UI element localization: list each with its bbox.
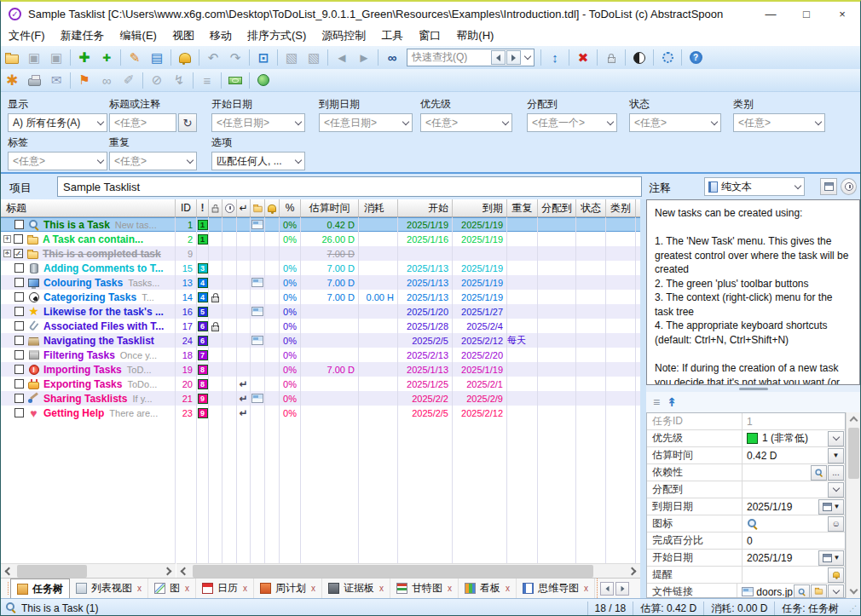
scroll-up-icon[interactable]	[847, 412, 860, 426]
menu-help[interactable]: 帮助(H)	[448, 26, 501, 46]
priority-dropdown-icon[interactable]	[828, 431, 844, 446]
reminder-bell-icon[interactable]	[828, 567, 844, 583]
link-icon[interactable]: ∞	[96, 71, 117, 90]
menu-tools[interactable]: 工具	[373, 26, 411, 46]
file-search-icon[interactable]	[794, 584, 810, 599]
tabs-scroll-right-button[interactable]	[615, 582, 629, 596]
menu-edit[interactable]: 编辑(E)	[113, 26, 165, 46]
dependency-search-icon[interactable]	[811, 465, 827, 481]
move-task-out-icon[interactable]: ▧	[281, 48, 302, 67]
scrollbar-thumb[interactable]	[193, 565, 593, 578]
task-row[interactable]: Categorizing TasksT... 14 4 0% 7.00 D 0.…	[1, 290, 640, 304]
column-lock-icon[interactable]	[209, 199, 222, 216]
redo-icon[interactable]: ↷	[225, 48, 246, 67]
tab-week-planner[interactable]: 周计划x	[254, 579, 322, 598]
scroll-right-icon[interactable]	[626, 564, 640, 579]
scrollbar-thumb[interactable]	[848, 428, 859, 479]
due-date-calendar-icon[interactable]: ▼	[818, 499, 844, 515]
comments-date-button[interactable]	[820, 178, 837, 195]
web-globe-icon[interactable]	[253, 71, 274, 90]
task-checkbox[interactable]	[14, 350, 24, 360]
tabs-scroll-left-button[interactable]	[600, 582, 614, 596]
task-row[interactable]: Navigating the Tasklist 24 6 0% 2025/2/5…	[1, 333, 640, 348]
quick-find-prev-button[interactable]	[491, 50, 506, 65]
task-checkbox[interactable]	[14, 220, 24, 229]
tab-calendar[interactable]: 日历x	[196, 579, 254, 598]
vertical-splitter[interactable]	[640, 199, 646, 598]
attribute-group-icon[interactable]: ≡	[653, 395, 660, 409]
tab-evidence-board[interactable]: 证据板x	[322, 579, 390, 598]
edit-task-icon[interactable]: ✎	[124, 48, 145, 67]
horizontal-splitter[interactable]	[646, 385, 860, 392]
filter-status-combo[interactable]: <任意>	[629, 113, 721, 132]
filter-recurrence-combo[interactable]: <任意>	[109, 152, 197, 170]
minimize-button[interactable]: —	[753, 2, 789, 26]
column-category[interactable]: 类别	[606, 199, 636, 216]
filter-startdate-combo[interactable]: <任意日期>	[211, 113, 305, 132]
attr-row-assign[interactable]: 分配到	[647, 481, 845, 498]
print-icon[interactable]	[24, 71, 44, 90]
assign-dropdown-icon[interactable]	[828, 482, 844, 498]
columns-horizontal-scrollbar[interactable]	[176, 563, 640, 578]
column-filelink-icon[interactable]	[251, 199, 265, 216]
delete-task-icon[interactable]: ✖	[573, 48, 593, 67]
attr-row-estimate[interactable]: 估算时间 0.42 D ▼	[647, 447, 845, 464]
attr-row-file-link[interactable]: 文件链接 doors.jp	[647, 584, 845, 598]
task-checkbox[interactable]	[14, 278, 24, 287]
open-tasklist-icon[interactable]	[2, 48, 22, 67]
close-tab-icon[interactable]: x	[379, 584, 384, 593]
log-icon[interactable]: ≡	[197, 71, 217, 90]
close-tab-icon[interactable]: x	[137, 584, 142, 593]
icon-picker-smiley-icon[interactable]: ☺	[828, 516, 844, 532]
menu-sort[interactable]: 排序方式(S)	[240, 26, 314, 46]
column-id[interactable]: ID	[176, 199, 197, 216]
tab-kanban[interactable]: 看板x	[459, 579, 517, 598]
back-icon[interactable]: ◄	[332, 48, 352, 67]
filter-assign-combo[interactable]: <任意一个>	[527, 113, 617, 132]
task-checkbox[interactable]	[14, 379, 24, 389]
column-priority-icon[interactable]: !	[197, 199, 209, 216]
close-tab-icon[interactable]: x	[185, 584, 189, 593]
help-icon[interactable]: ?	[685, 48, 706, 67]
scrollbar-thumb[interactable]	[17, 565, 87, 578]
column-spent[interactable]: 消耗	[359, 199, 398, 216]
task-row[interactable]: Colouring TasksTasks... 13 4 0% 7.00 D 2…	[1, 275, 640, 290]
column-percent[interactable]: %	[280, 199, 301, 216]
task-checkbox[interactable]	[14, 365, 24, 374]
undo-icon[interactable]: ↶	[203, 48, 223, 67]
column-estimate[interactable]: 估算时间	[301, 199, 359, 216]
task-row[interactable]: Exporting TasksToDo... 20 8 ↵ 0% 2025/1/…	[1, 377, 640, 391]
filter-priority-combo[interactable]: <任意>	[420, 113, 512, 132]
task-row[interactable]: +A Task can contain... 2 1 0% 26.00 D 20…	[1, 232, 640, 246]
new-subtask-icon[interactable]: ✚	[96, 48, 117, 67]
menu-new-task[interactable]: 新建任务	[53, 26, 113, 46]
task-row[interactable]: Adding Comments to T... 15 3 0% 7.00 D 2…	[1, 261, 640, 275]
column-status[interactable]: 状态	[576, 199, 606, 216]
scroll-left-icon[interactable]	[176, 564, 191, 579]
attr-row-icon[interactable]: 图标 ☺	[647, 515, 845, 533]
scroll-down-icon[interactable]	[847, 584, 860, 598]
task-checkbox[interactable]	[14, 394, 24, 403]
comments-clock-button[interactable]	[841, 178, 857, 195]
quick-find-next-button[interactable]	[506, 50, 521, 65]
lock-icon[interactable]	[601, 48, 621, 67]
menu-window[interactable]: 窗口	[411, 26, 448, 46]
task-row[interactable]: Sharing TasklistsIf y... 21 9 ↵ 0% 2025/…	[1, 391, 640, 406]
new-task-icon[interactable]: ✚	[74, 48, 95, 67]
column-reminder-icon[interactable]	[265, 199, 280, 216]
task-checkbox[interactable]	[14, 263, 24, 273]
column-dependency-icon[interactable]: ↵	[237, 199, 251, 216]
attr-row-reminder[interactable]: 提醒	[647, 567, 845, 584]
save-icon[interactable]: ▣	[24, 48, 44, 67]
file-dropdown-icon[interactable]	[828, 584, 844, 599]
comments-text-area[interactable]: New tasks can be created using: 1. The '…	[646, 199, 860, 385]
column-start[interactable]: 开始	[398, 199, 453, 216]
filter-title-refresh-icon[interactable]: ↻	[178, 113, 197, 132]
task-checkbox[interactable]	[14, 234, 23, 244]
quick-find-dropdown-icon[interactable]	[522, 56, 534, 59]
attribute-scrollbar[interactable]	[846, 412, 860, 598]
filter-duedate-combo[interactable]: <任意日期>	[319, 113, 413, 132]
scroll-right-icon[interactable]	[161, 564, 176, 579]
close-tab-icon[interactable]: x	[506, 584, 510, 593]
attr-row-due-date[interactable]: 到期日期 2025/1/19 ▼	[647, 498, 845, 515]
